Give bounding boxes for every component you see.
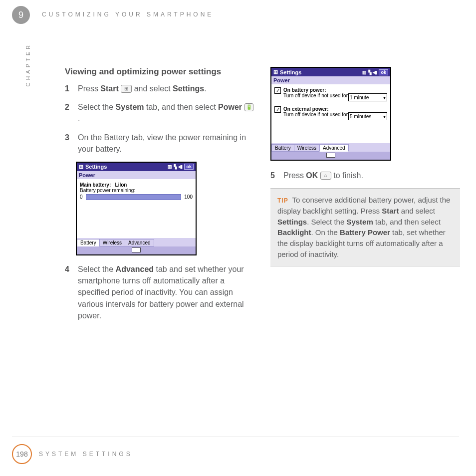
tip-text: and select: [399, 207, 435, 215]
step-bold: Start: [100, 84, 118, 93]
power-icon: 🔋: [244, 103, 253, 111]
step-number: 4: [65, 263, 76, 321]
start-icon: ⊞: [121, 85, 132, 93]
step-bold: System: [116, 103, 144, 111]
tip-bold: Backlight: [277, 228, 311, 237]
tab-advanced: Advanced: [319, 144, 348, 152]
device-screenshot-advanced: ⊞ Settings ▥ ▝▖◂▮ ok Power ✓ On battery …: [270, 67, 391, 161]
tip-text: . Select the: [307, 218, 346, 226]
step-text: and select: [134, 84, 173, 93]
step-text: Press: [78, 84, 100, 93]
signal-icon: ▥ ▝▖◂▮: [362, 70, 377, 75]
step-bold: Advanced: [116, 265, 154, 273]
step-number: 2: [65, 101, 76, 124]
tip-bold: Settings: [277, 218, 307, 226]
external-option-text: Turn off device if not used for: [283, 112, 348, 117]
device-ok-button: ok: [184, 164, 194, 170]
battery-progress-bar: [86, 194, 182, 200]
windows-flag-icon: ⊞: [273, 69, 278, 75]
ok-key-icon: ⌂: [320, 172, 331, 180]
step-number: 3: [65, 132, 76, 155]
page-footer: 198 SYSTEM SETTINGS: [12, 444, 133, 464]
chapter-badge: 9: [12, 6, 30, 24]
battery-power-label: On battery power:: [283, 87, 326, 93]
main-battery-label: Main battery:: [80, 182, 111, 188]
step-bold: Settings: [173, 84, 204, 93]
device-title: Settings: [85, 164, 107, 170]
device-subtitle: Power: [77, 171, 196, 179]
external-dropdown-value: 5 minutes: [350, 114, 371, 119]
step-4: 4 Select the Advanced tab and set whethe…: [65, 263, 254, 321]
tip-label: TIP: [277, 197, 288, 204]
step-text: Select the: [78, 265, 116, 273]
device-tabs: Battery Wireless Advanced: [77, 238, 196, 246]
tab-advanced: Advanced: [125, 239, 154, 246]
tip-bold: System: [346, 218, 373, 226]
device-subtitle: Power: [271, 76, 390, 84]
scale-min: 0: [80, 194, 83, 200]
device-title: Settings: [280, 69, 301, 75]
step-text: Select the: [78, 103, 116, 111]
external-dropdown: 5 minutes▾: [348, 112, 387, 120]
device-screenshot-battery: ⊞ Settings ▥ ▝▖◂▮ ok Power Main battery:…: [76, 162, 197, 255]
checkbox-external: ✓: [274, 106, 281, 113]
step-bold: OK: [306, 171, 318, 180]
tab-battery: Battery: [77, 239, 100, 246]
footer-rule: [12, 437, 459, 437]
running-head: CUSTOMIZING YOUR SMARTPHONE: [42, 11, 214, 18]
footer-section-label: SYSTEM SETTINGS: [39, 451, 133, 458]
chevron-down-icon: ▾: [383, 114, 386, 119]
main-battery-type: LiIon: [115, 182, 127, 188]
tip-text: . On the: [311, 228, 340, 237]
chevron-down-icon: ▾: [383, 95, 386, 100]
step-1: 1 Press Start ⊞ and select Settings.: [65, 83, 254, 94]
signal-icon: ▥ ▝▖◂▮: [168, 164, 183, 169]
step-number: 1: [65, 83, 76, 94]
tip-bold: Start: [382, 207, 399, 215]
battery-option-text: Turn off device if not used for: [283, 93, 348, 98]
tab-battery: Battery: [271, 144, 294, 152]
step-text: to finish.: [333, 171, 363, 180]
step-text: .: [204, 84, 206, 93]
step-3: 3 On the Battery tab, view the power rem…: [65, 132, 254, 155]
external-power-label: On external power:: [283, 106, 329, 112]
tab-wireless: Wireless: [99, 239, 125, 246]
device-tabs: Battery Wireless Advanced: [271, 143, 390, 152]
step-2: 2 Select the System tab, and then select…: [65, 101, 254, 124]
checkbox-battery: ✓: [274, 87, 281, 94]
scale-max: 100: [184, 194, 193, 200]
step-text: On the Battery tab, view the power remai…: [78, 132, 254, 155]
step-5: 5 Press OK ⌂ to finish.: [270, 170, 460, 181]
battery-dropdown: 1 minute▾: [348, 93, 387, 101]
tip-box: TIP To conserve additional battery power…: [270, 188, 460, 266]
chapter-side-label: CHAPTER: [25, 43, 31, 87]
step-number: 5: [270, 170, 281, 181]
tab-wireless: Wireless: [294, 144, 320, 152]
page-number-badge: 198: [12, 444, 32, 464]
step-text: tab, and then select: [144, 103, 219, 111]
keyboard-icon: [326, 153, 335, 158]
left-column: Viewing and optimizing power settings 1 …: [65, 67, 254, 328]
battery-dropdown-value: 1 minute: [350, 95, 369, 100]
remaining-label: Battery power remaining:: [80, 188, 193, 193]
section-title: Viewing and optimizing power settings: [65, 67, 254, 77]
step-bold: Power: [218, 103, 242, 111]
step-text: Press: [283, 171, 306, 180]
windows-flag-icon: ⊞: [79, 164, 83, 170]
right-column: ⊞ Settings ▥ ▝▖◂▮ ok Power ✓ On battery …: [270, 67, 460, 328]
step-text: .: [78, 114, 80, 123]
tip-text: tab, and then select: [373, 218, 441, 226]
tip-bold: Battery Power: [340, 228, 390, 237]
device-ok-button: ok: [379, 69, 388, 75]
keyboard-icon: [132, 247, 141, 252]
